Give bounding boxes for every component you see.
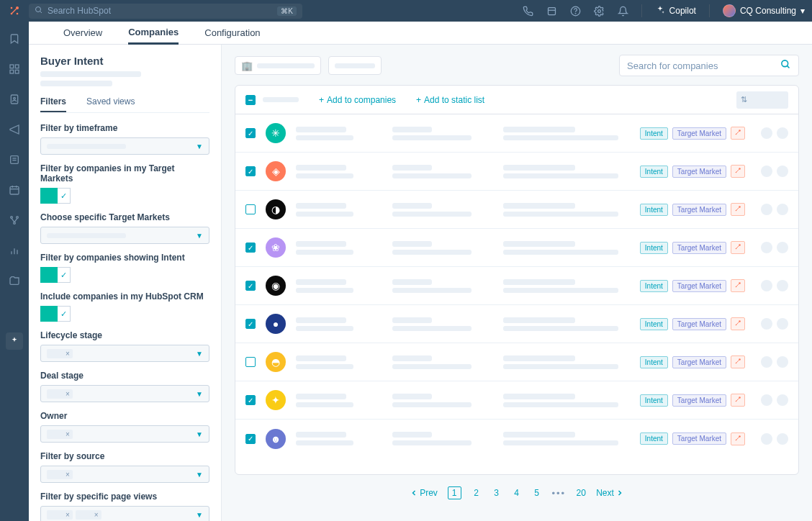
page-3[interactable]: 3 (492, 488, 502, 498)
svg-point-35 (736, 134, 737, 135)
ai-icon[interactable] (6, 332, 23, 350)
select-page-views[interactable]: × × ▼ (40, 506, 209, 521)
add-to-static-list-button[interactable]: + Add to static list (416, 95, 484, 105)
breadcrumb[interactable]: 🏢 (235, 56, 321, 75)
chip[interactable]: × (47, 510, 73, 520)
content-icon[interactable] (6, 151, 23, 168)
row-checkbox[interactable] (245, 166, 256, 176)
chip[interactable]: × (47, 430, 73, 439)
next-button[interactable]: Next (596, 488, 624, 498)
select-deal-stage[interactable]: × ▼ (40, 385, 209, 402)
close-icon[interactable]: × (94, 511, 99, 519)
sort-dropdown[interactable]: ⇅ (736, 91, 788, 109)
tab-configuration[interactable]: Configuration (204, 22, 260, 45)
search-icon (35, 6, 43, 17)
row-action-2[interactable] (777, 280, 788, 291)
company-search[interactable] (619, 55, 799, 76)
reports-icon[interactable] (6, 242, 23, 259)
row-action-1[interactable] (761, 127, 772, 139)
row-action-2[interactable] (777, 127, 788, 139)
copilot-button[interactable]: Copilot (655, 5, 696, 17)
row-checkbox[interactable] (245, 319, 256, 329)
chip[interactable]: × (47, 349, 73, 358)
grid-icon[interactable] (6, 60, 23, 78)
select-all-checkbox[interactable] (245, 95, 256, 105)
intent-badge: Intent (640, 280, 668, 292)
library-icon[interactable] (6, 272, 23, 289)
row-checkbox[interactable] (245, 128, 256, 138)
company-col-3 (503, 317, 630, 331)
select-timeframe[interactable]: ▼ (40, 137, 209, 155)
account-menu[interactable]: CQ Consulting ▾ (723, 4, 805, 17)
row-action-1[interactable] (761, 394, 772, 406)
row-checkbox[interactable] (245, 243, 256, 253)
page-5[interactable]: 5 (532, 488, 542, 498)
row-action-2[interactable] (777, 166, 788, 177)
notifications-icon[interactable] (618, 6, 628, 17)
bookmark-icon[interactable] (6, 30, 23, 47)
page-1[interactable]: 1 (448, 486, 461, 499)
row-action-1[interactable] (761, 280, 772, 291)
svg-point-43 (736, 286, 737, 288)
prev-button[interactable]: Prev (410, 488, 438, 498)
close-icon[interactable]: × (66, 350, 70, 358)
select-source[interactable]: × ▼ (40, 466, 209, 483)
row-action-2[interactable] (777, 242, 788, 253)
page-20[interactable]: 20 (576, 488, 586, 498)
row-action-1[interactable] (761, 356, 772, 368)
skeleton (263, 97, 299, 102)
row-checkbox[interactable] (245, 395, 256, 405)
global-search-input[interactable] (48, 6, 277, 16)
toggle-target-markets[interactable]: ✓ (40, 188, 209, 204)
global-search[interactable]: ⌘K (29, 4, 302, 19)
company-search-input[interactable] (627, 60, 780, 71)
help-icon[interactable] (570, 6, 581, 17)
row-checkbox[interactable] (245, 281, 256, 291)
toggle-include-crm[interactable]: ✓ (40, 306, 209, 322)
close-icon[interactable]: × (66, 390, 70, 398)
close-icon[interactable]: × (66, 430, 70, 438)
contacts-icon[interactable] (6, 91, 23, 108)
row-action-1[interactable] (761, 433, 772, 445)
svg-point-47 (736, 363, 737, 364)
automation-icon[interactable] (6, 212, 23, 229)
page-2[interactable]: 2 (472, 488, 482, 498)
close-icon[interactable]: × (66, 471, 70, 479)
settings-icon[interactable] (594, 6, 605, 17)
select-target-markets[interactable]: ▼ (40, 227, 209, 244)
row-action-2[interactable] (777, 204, 788, 215)
marketplace-icon[interactable] (546, 6, 557, 17)
tab-companies[interactable]: Companies (128, 22, 179, 45)
tab-overview[interactable]: Overview (63, 22, 102, 45)
marketing-icon[interactable] (6, 121, 23, 138)
row-action-2[interactable] (777, 356, 788, 368)
row-action-1[interactable] (761, 166, 772, 177)
chip[interactable]: × (76, 510, 102, 520)
hubspot-logo-icon[interactable] (7, 4, 22, 18)
target-market-badge: Target Market (672, 166, 726, 178)
row-checkbox[interactable] (245, 204, 256, 214)
search-icon (780, 59, 791, 72)
chip[interactable]: × (47, 470, 73, 479)
close-icon[interactable]: × (66, 511, 70, 519)
row-action-1[interactable] (761, 318, 772, 330)
phone-icon[interactable] (523, 6, 533, 17)
calendar-icon[interactable] (6, 181, 23, 199)
row-action-2[interactable] (777, 394, 788, 406)
select-owner[interactable]: × ▼ (40, 425, 209, 443)
row-checkbox[interactable] (245, 434, 256, 444)
check-icon: ✓ (58, 306, 71, 322)
breadcrumb-secondary[interactable] (328, 56, 382, 75)
subtab-filters[interactable]: Filters (40, 96, 66, 112)
select-lifecycle[interactable]: × ▼ (40, 345, 209, 362)
row-action-1[interactable] (761, 204, 772, 215)
toggle-intent[interactable]: ✓ (40, 267, 209, 283)
page-4[interactable]: 4 (512, 488, 522, 498)
row-action-2[interactable] (777, 433, 788, 445)
row-action-1[interactable] (761, 242, 772, 253)
subtab-saved-views[interactable]: Saved views (86, 96, 135, 112)
row-action-2[interactable] (777, 318, 788, 330)
add-to-companies-button[interactable]: + Add to companies (319, 95, 396, 105)
chip[interactable]: × (47, 389, 73, 399)
row-checkbox[interactable] (245, 357, 256, 367)
